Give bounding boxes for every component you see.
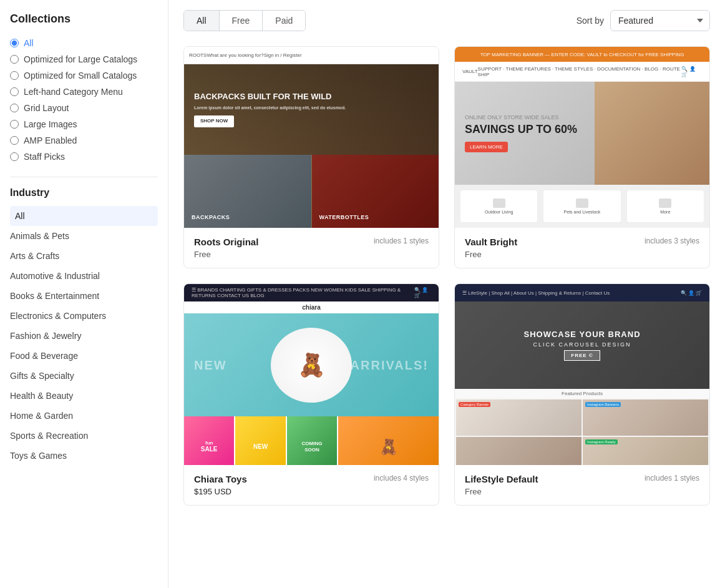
vault-styles: includes 3 styles [645, 237, 699, 245]
filter-all-radio[interactable] [10, 39, 19, 47]
chiara-hero-text: NEW [194, 358, 227, 372]
vault-name: Vault Bright [465, 237, 645, 247]
chiara-monster: 🧸 [271, 328, 352, 403]
filter-tabs: All Free Paid [183, 10, 306, 31]
theme-preview-chiara: ☰ BRANDS CHARTING GIFTS & DRESSES PACKS … [184, 284, 439, 465]
filter-large-images[interactable]: Large Images [10, 119, 158, 129]
filter-amp-radio[interactable] [10, 136, 19, 145]
filter-grid-radio[interactable] [10, 104, 19, 112]
filter-left-hand-label: Left-hand Category Menu [24, 87, 123, 97]
roots-panel-waterbottles: WATERBOTTLES [312, 155, 439, 228]
lifestyle-hero: SHOWCASE YOUR BRAND CLICK CAROUSEL DESIG… [455, 301, 709, 389]
lifestyle-badge-2: Instagram Banners [585, 402, 621, 407]
sidebar: Collections All Optimized for Large Cata… [0, 0, 168, 588]
sidebar-item-food[interactable]: Food & Beverage [10, 346, 158, 366]
lifestyle-grid: Category Banner Instagram Banners Instag… [455, 398, 709, 465]
filter-staff[interactable]: Staff Picks [10, 152, 158, 162]
sidebar-item-books[interactable]: Books & Entertainment [10, 286, 158, 306]
roots-styles: includes 1 styles [374, 237, 429, 245]
filter-grid[interactable]: Grid Layout [10, 103, 158, 113]
lifestyle-featured-label: Featured Products [455, 389, 709, 398]
sidebar-item-health[interactable]: Health & Beauty [10, 386, 158, 406]
filter-large-catalogs-label: Optimized for Large Catalogs [24, 54, 137, 64]
sidebar-item-sports[interactable]: Sports & Recreation [10, 426, 158, 446]
roots-bottom: BACKPACKS WATERBOTTLES [184, 155, 439, 228]
roots-name: Roots Original [194, 237, 374, 247]
lifestyle-info: LifeStyle Default Free includes 1 styles [455, 465, 709, 505]
vault-nav: VAULT SUPPORT · THEME FEATURES · THEME S… [455, 62, 709, 82]
lifestyle-cell-1: Category Banner [456, 399, 581, 436]
sidebar-item-fashion[interactable]: Fashion & Jewelry [10, 326, 158, 346]
sort-label: Sort by [577, 16, 604, 26]
sort-section: Sort by Featured Newest Price: Low to Hi… [577, 10, 710, 31]
filter-small-catalogs-label: Optimized for Small Catalogs [24, 71, 137, 81]
filter-all[interactable]: All [10, 38, 158, 48]
vault-hero-image [595, 82, 709, 185]
theme-card-lifestyle[interactable]: ☰ LifeStyle | Shop All | About Us | Ship… [454, 283, 710, 506]
sidebar-item-electronics[interactable]: Electronics & Computers [10, 306, 158, 326]
filter-amp-label: AMP Enabled [24, 135, 77, 145]
lifestyle-cell-3 [456, 437, 581, 465]
theme-card-roots[interactable]: ROOTS What are you looking for? Sign in … [183, 46, 439, 268]
sidebar-item-automotive[interactable]: Automotive & Industrial [10, 266, 158, 286]
vault-cat-extra: More [626, 190, 704, 223]
vault-price: Free [465, 250, 645, 259]
top-bar: All Free Paid Sort by Featured Newest Pr… [183, 10, 710, 31]
sidebar-item-all[interactable]: All [10, 206, 158, 226]
sidebar-title: Collections [10, 12, 158, 26]
lifestyle-cell-4: Instagram Ready [583, 437, 708, 465]
filter-left-hand-radio[interactable] [10, 87, 19, 96]
lifestyle-styles: includes 1 styles [645, 474, 699, 483]
vault-cat-outdoor: Outdoor Living [460, 190, 538, 223]
sort-select[interactable]: Featured Newest Price: Low to High Price… [610, 10, 710, 31]
lifestyle-name: LifeStyle Default [465, 474, 645, 484]
tab-paid[interactable]: Paid [263, 11, 305, 31]
filter-small-catalogs-radio[interactable] [10, 71, 19, 80]
chiara-hero: NEW 🧸 ARRIVALS! [184, 313, 439, 416]
filter-amp[interactable]: AMP Enabled [10, 135, 158, 145]
roots-info: Roots Original Free includes 1 styles [184, 228, 439, 268]
vault-banner: TOP MARKETING BANNER — ENTER CODE: VAULT… [455, 47, 709, 62]
filter-small-catalogs[interactable]: Optimized for Small Catalogs [10, 71, 158, 81]
chiara-info: Chiara Toys $195 USD includes 4 styles [184, 465, 439, 505]
theme-preview-vault: TOP MARKETING BANNER — ENTER CODE: VAULT… [455, 47, 709, 228]
roots-hero: BACKPACKS BUILT FOR THE WILD Lorem ipsum… [184, 64, 439, 155]
chiara-cell-img: 🧸 [338, 416, 439, 465]
chiara-nav: ☰ BRANDS CHARTING GIFTS & DRESSES PACKS … [184, 284, 439, 301]
sidebar-item-animals-pets[interactable]: Animals & Pets [10, 226, 158, 246]
tab-all[interactable]: All [184, 11, 220, 31]
filter-section: All Optimized for Large Catalogs Optimiz… [10, 38, 158, 162]
vault-hero-btn: LEARN MORE [465, 142, 508, 152]
filter-large-catalogs[interactable]: Optimized for Large Catalogs [10, 54, 158, 64]
filter-large-catalogs-radio[interactable] [10, 55, 19, 64]
chiara-cell-coming: COMINGSOON [287, 416, 337, 465]
vault-info: Vault Bright Free includes 3 styles [455, 228, 709, 268]
theme-preview-roots: ROOTS What are you looking for? Sign in … [184, 47, 439, 228]
chiara-styles: includes 4 styles [374, 474, 429, 483]
roots-price: Free [194, 250, 374, 259]
theme-card-vault[interactable]: TOP MARKETING BANNER — ENTER CODE: VAULT… [454, 46, 710, 268]
lifestyle-price: Free [465, 487, 645, 496]
main-content: All Free Paid Sort by Featured Newest Pr… [168, 0, 725, 588]
vault-bottom: Outdoor Living Pets and Livestock More [455, 185, 709, 228]
sidebar-item-toys[interactable]: Toys & Games [10, 446, 158, 466]
sidebar-item-arts-crafts[interactable]: Arts & Crafts [10, 246, 158, 266]
filter-all-label: All [24, 38, 34, 48]
lifestyle-badge-3: Instagram Ready [585, 439, 618, 444]
tab-free[interactable]: Free [220, 11, 263, 31]
chiara-cell-sale: funSALE [184, 416, 234, 465]
lifestyle-hero-sub: CLICK CAROUSEL DESIGN [533, 341, 631, 348]
filter-left-hand[interactable]: Left-hand Category Menu [10, 87, 158, 97]
lifestyle-badge-1: Category Banner [459, 402, 490, 407]
filter-large-images-label: Large Images [24, 119, 77, 129]
sidebar-item-gifts[interactable]: Gifts & Specialty [10, 366, 158, 386]
theme-card-chiara[interactable]: ☰ BRANDS CHARTING GIFTS & DRESSES PACKS … [183, 283, 439, 506]
filter-staff-radio[interactable] [10, 152, 19, 161]
roots-topbar: ROOTS What are you looking for? Sign in … [184, 47, 439, 64]
sidebar-item-home[interactable]: Home & Garden [10, 406, 158, 426]
roots-panel-backpacks: BACKPACKS [184, 155, 311, 228]
vault-cat-pets: Pets and Livestock [543, 190, 621, 223]
roots-hero-text: BACKPACKS BUILT FOR THE WILD [194, 92, 346, 102]
filter-large-images-radio[interactable] [10, 120, 19, 129]
chiara-price: $195 USD [194, 487, 374, 496]
